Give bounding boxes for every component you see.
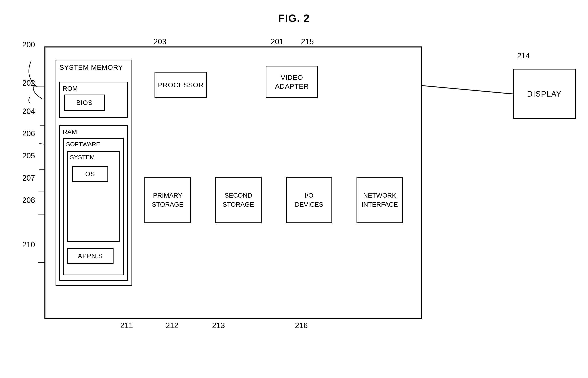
bottom-row: PRIMARYSTORAGE SECONDSTORAGE I/ODEVICES … bbox=[145, 177, 403, 223]
io-devices-label: I/ODEVICES bbox=[295, 191, 323, 209]
main-computer-box: SYSTEM MEMORY ROM BIOS RAM SOFTWARE SYST… bbox=[44, 46, 422, 319]
figure-title: FIG. 2 bbox=[278, 12, 310, 24]
software-label: SOFTWARE bbox=[66, 141, 100, 148]
processor-box: PROCESSOR bbox=[155, 72, 207, 98]
bios-label: BIOS bbox=[76, 99, 93, 107]
software-box: SOFTWARE SYSTEM OS APPN.S bbox=[63, 138, 124, 275]
display-box: DISPLAY bbox=[513, 69, 576, 119]
processor-label: PROCESSOR bbox=[158, 81, 204, 89]
system-memory-box: SYSTEM MEMORY ROM BIOS RAM SOFTWARE SYST… bbox=[55, 60, 132, 286]
bios-box: BIOS bbox=[64, 94, 105, 111]
rom-label: ROM bbox=[63, 85, 78, 92]
ref-210: 210 bbox=[22, 240, 35, 249]
ref-216: 216 bbox=[295, 321, 308, 330]
appns-box: APPN.S bbox=[67, 248, 114, 264]
appns-label: APPN.S bbox=[78, 252, 103, 260]
primary-storage-box: PRIMARYSTORAGE bbox=[145, 177, 191, 223]
ref-214: 214 bbox=[517, 52, 530, 60]
os-box: OS bbox=[72, 166, 108, 182]
system-box: SYSTEM OS bbox=[67, 151, 120, 242]
second-storage-label: SECONDSTORAGE bbox=[223, 191, 254, 209]
ref-207: 207 bbox=[22, 174, 35, 182]
ref-204: 204 bbox=[22, 107, 35, 116]
rom-box: ROM BIOS bbox=[59, 82, 128, 118]
video-adapter-box: VIDEOADAPTER bbox=[266, 66, 318, 98]
ref-203: 203 bbox=[154, 37, 166, 46]
network-interface-box: NETWORKINTERFACE bbox=[357, 177, 403, 223]
ref-201: 201 bbox=[271, 37, 283, 46]
ram-label: RAM bbox=[63, 128, 77, 136]
ref-205: 205 bbox=[22, 151, 35, 160]
ref-206: 206 bbox=[22, 129, 35, 138]
system-label: SYSTEM bbox=[70, 154, 95, 161]
video-adapter-label: VIDEOADAPTER bbox=[275, 73, 309, 91]
ref-212: 212 bbox=[166, 321, 178, 330]
ref-211: 211 bbox=[120, 321, 133, 330]
os-label: OS bbox=[85, 170, 95, 178]
ref-208: 208 bbox=[22, 196, 35, 205]
ram-box: RAM SOFTWARE SYSTEM OS APPN.S bbox=[59, 125, 128, 281]
ref-215: 215 bbox=[301, 37, 314, 46]
ref-200: 200 bbox=[22, 40, 35, 49]
second-storage-box: SECONDSTORAGE bbox=[215, 177, 262, 223]
network-interface-label: NETWORKINTERFACE bbox=[361, 191, 398, 209]
display-label: DISPLAY bbox=[527, 90, 562, 98]
system-memory-label: SYSTEM MEMORY bbox=[59, 63, 123, 71]
io-devices-box: I/ODEVICES bbox=[286, 177, 332, 223]
primary-storage-label: PRIMARYSTORAGE bbox=[152, 191, 183, 209]
ref-202: 202 bbox=[22, 79, 35, 87]
ref-213: 213 bbox=[212, 321, 225, 330]
